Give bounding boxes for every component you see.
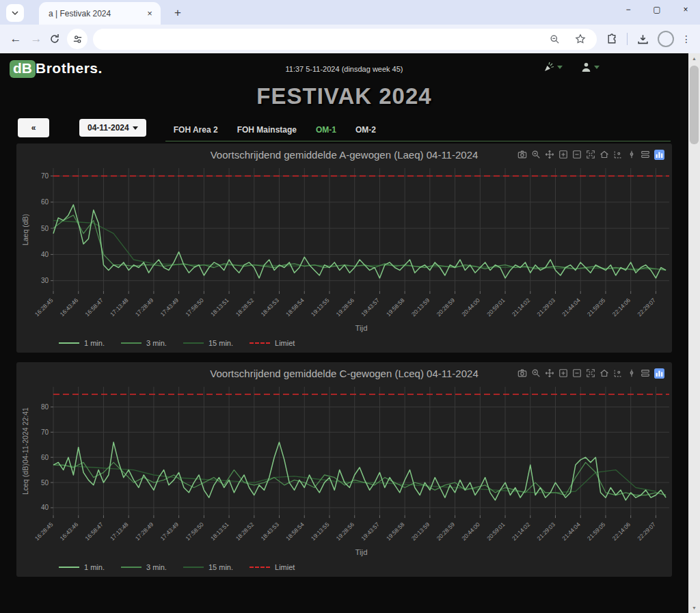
svg-text:19:28:56: 19:28:56: [335, 297, 356, 318]
svg-text:17:13:48: 17:13:48: [109, 521, 130, 542]
legend-label: 15 min.: [208, 339, 233, 347]
close-window-button[interactable]: ×: [671, 0, 700, 21]
svg-text:18:43:53: 18:43:53: [259, 297, 280, 318]
hover-compare-icon[interactable]: [639, 367, 651, 379]
scroll-up-arrow[interactable]: ▲: [688, 53, 700, 64]
plot-area[interactable]: [53, 168, 669, 291]
legend-label: 1 min.: [84, 563, 105, 571]
svg-text:40: 40: [41, 251, 49, 258]
forward-button[interactable]: →: [26, 32, 46, 46]
svg-text:19:43:57: 19:43:57: [360, 521, 381, 542]
minimize-button[interactable]: −: [614, 0, 643, 21]
home-icon[interactable]: [598, 148, 610, 161]
party-popper-icon: [543, 61, 555, 73]
svg-text:16:43:46: 16:43:46: [59, 297, 80, 318]
previous-day-button[interactable]: «: [18, 118, 49, 137]
browser-window: a | Festivak 2024 × + − ▢ × ← →: [0, 0, 700, 613]
svg-text:18:58:54: 18:58:54: [284, 297, 306, 318]
svg-text:70: 70: [41, 428, 49, 436]
spikelines-icon[interactable]: [612, 148, 624, 161]
reload-button[interactable]: [46, 31, 63, 47]
zoom-in-icon[interactable]: [557, 367, 569, 379]
pan-icon[interactable]: [543, 367, 556, 379]
y-axis-label: Laeq (dB): [21, 214, 29, 245]
svg-text:21:44:04: 21:44:04: [561, 297, 582, 318]
laeq-chart-panel: Voortschrijdend gemiddelde A-gewogen (La…: [16, 144, 672, 353]
scrollbar-thumb[interactable]: [690, 66, 699, 144]
tab-close-icon[interactable]: ×: [144, 8, 155, 19]
svg-text:21:59:05: 21:59:05: [586, 521, 607, 542]
date-dropdown[interactable]: 04-11-2024: [79, 119, 146, 137]
site-header: dB Brothers. 11:37 5-11-2024 (dinsdag we…: [0, 57, 688, 81]
svg-text:70: 70: [41, 172, 49, 180]
zoom-out-icon[interactable]: [571, 367, 583, 379]
legend-item[interactable]: 3 min.: [121, 563, 167, 571]
browser-menu-button[interactable]: ⋮: [681, 33, 692, 44]
tab-foh-area-2[interactable]: FOH Area 2: [165, 119, 226, 141]
tab-om-1[interactable]: OM-1: [308, 119, 345, 141]
hover-closest-icon[interactable]: [625, 367, 638, 379]
toolbar-separator: [627, 33, 628, 45]
legend-item[interactable]: Limiet: [250, 563, 295, 571]
pan-icon[interactable]: [543, 148, 556, 161]
bookmark-button[interactable]: [572, 31, 589, 47]
autoscale-icon[interactable]: [584, 367, 597, 379]
plot-area[interactable]: [53, 387, 669, 515]
address-bar[interactable]: [93, 29, 597, 50]
legend-item[interactable]: 1 min.: [59, 563, 105, 571]
new-tab-button[interactable]: +: [169, 4, 187, 22]
legend-swatch: [59, 567, 79, 568]
autoscale-icon[interactable]: [584, 148, 597, 161]
tab-om-2[interactable]: OM-2: [347, 119, 384, 141]
profile-avatar[interactable]: [658, 31, 674, 47]
browser-tab[interactable]: a | Festivak 2024 ×: [39, 2, 161, 25]
magnifier-icon[interactable]: [530, 148, 542, 161]
header-datetime: 11:37 5-11-2024 (dinsdag week 45): [285, 65, 403, 73]
camera-icon[interactable]: [516, 367, 528, 379]
tune-icon: [72, 34, 83, 44]
zoom-out-page-button[interactable]: [546, 31, 563, 47]
x-axis-label: Tijd: [355, 324, 367, 332]
legend-item[interactable]: 1 min.: [59, 339, 105, 347]
extensions-button[interactable]: [604, 31, 620, 47]
plotly-logo-icon[interactable]: [653, 148, 665, 161]
svg-text:20:13:59: 20:13:59: [410, 297, 431, 318]
svg-text:17:58:50: 17:58:50: [184, 297, 205, 318]
scroll-down-arrow[interactable]: ▼: [688, 603, 700, 613]
page-scrollbar[interactable]: ▲ ▼: [688, 53, 700, 613]
zoom-out-icon[interactable]: [571, 148, 583, 161]
svg-text:21:29:03: 21:29:03: [535, 297, 556, 318]
legend-item[interactable]: 15 min.: [183, 563, 233, 571]
legend-swatch: [121, 567, 142, 568]
location-tabs: FOH Area 2 FOH Mainstage OM-1 OM-2: [165, 114, 671, 141]
plotly-logo-icon[interactable]: [653, 367, 665, 379]
lceq-chart-panel: Voortschrijdend gemiddelde C-gewogen (Lc…: [16, 362, 672, 577]
hover-closest-icon[interactable]: [625, 148, 638, 161]
legend-item[interactable]: 3 min.: [121, 339, 167, 347]
home-icon[interactable]: [598, 367, 610, 379]
hover-compare-icon[interactable]: [639, 148, 651, 161]
site-settings-button[interactable]: [67, 29, 88, 49]
event-menu-button[interactable]: [543, 61, 563, 73]
maximize-button[interactable]: ▢: [643, 0, 671, 21]
chart-head: Voortschrijdend gemiddelde C-gewogen (Lc…: [16, 365, 672, 383]
magnifier-icon[interactable]: [530, 367, 542, 379]
tab-strip: a | Festivak 2024 × + − ▢ ×: [0, 0, 700, 25]
legend-item[interactable]: Limiet: [250, 339, 295, 347]
downloads-button[interactable]: [634, 31, 651, 47]
logo-text: Brothers.: [36, 60, 103, 77]
zoom-in-icon[interactable]: [557, 148, 569, 161]
spikelines-icon[interactable]: [612, 367, 624, 379]
svg-text:18:13:51: 18:13:51: [209, 297, 230, 318]
back-button[interactable]: ←: [5, 32, 26, 46]
page-content: dB Brothers. 11:37 5-11-2024 (dinsdag we…: [0, 53, 700, 613]
tab-search-button[interactable]: [6, 4, 24, 22]
tab-foh-mainstage[interactable]: FOH Mainstage: [229, 119, 305, 141]
svg-text:19:58:58: 19:58:58: [385, 297, 406, 318]
legend-item[interactable]: 15 min.: [183, 339, 233, 347]
user-menu-button[interactable]: [580, 62, 600, 73]
svg-text:22:29:07: 22:29:07: [636, 297, 657, 318]
toolbar-right: ⋮: [604, 31, 695, 47]
camera-icon[interactable]: [516, 148, 528, 161]
svg-text:17:28:49: 17:28:49: [134, 521, 155, 542]
